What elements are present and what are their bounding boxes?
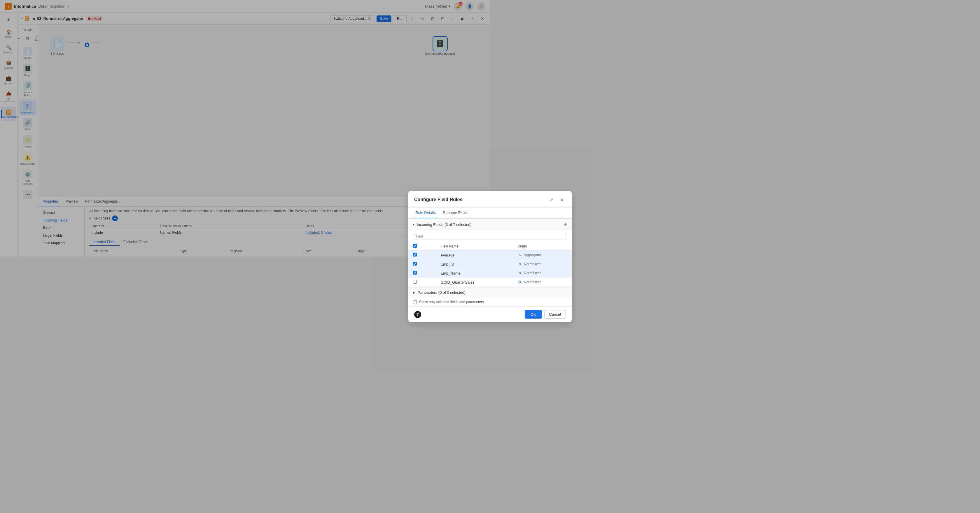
avg-checkbox[interactable]: [413, 253, 417, 256]
incoming-fields-search-input[interactable]: [413, 233, 490, 240]
field-row-average[interactable]: Average A Aggregator: [408, 251, 490, 257]
incoming-fields-title: Incoming Fields (3 of 7 selected): [417, 222, 472, 227]
modal-backdrop[interactable]: Configure Field Rules ⤢ ✕ Rule Details R…: [0, 0, 490, 256]
incoming-fields-section: ▾ Incoming Fields (3 of 7 selected) + Fi…: [408, 219, 490, 256]
configure-field-rules-modal: Configure Field Rules ⤢ ✕ Rule Details R…: [408, 191, 490, 256]
incoming-fields-header-left: ▾ Incoming Fields (3 of 7 selected): [413, 222, 472, 227]
field-checkbox-avg[interactable]: [408, 251, 436, 257]
col-field-name: Field Name: [436, 242, 490, 251]
select-all-checkbox[interactable]: [413, 244, 417, 248]
incoming-fields-collapse-icon: ▾: [413, 223, 414, 226]
modal-title: Configure Field Rules: [414, 197, 462, 202]
col-checkbox: [408, 242, 436, 251]
modal-header: Configure Field Rules ⤢ ✕: [408, 191, 490, 208]
incoming-fields-header[interactable]: ▾ Incoming Fields (3 of 7 selected) +: [408, 219, 490, 230]
incoming-fields-table: Field Name Origin Average A Aggregator: [408, 242, 490, 256]
incoming-fields-search-container: [408, 230, 490, 242]
modal-tabs: Rule Details Rename Fields: [408, 208, 490, 219]
modal-body: ▾ Incoming Fields (3 of 7 selected) + Fi…: [408, 219, 490, 256]
modal-tab-rule-details[interactable]: Rule Details: [414, 208, 437, 218]
fields-table-header-row: Field Name Origin: [408, 242, 490, 251]
modal-tab-rename-fields[interactable]: Rename Fields: [442, 208, 469, 218]
fields-table-body: Average A Aggregator Emp_ID: [408, 251, 490, 257]
field-name-avg: Average: [436, 251, 490, 257]
